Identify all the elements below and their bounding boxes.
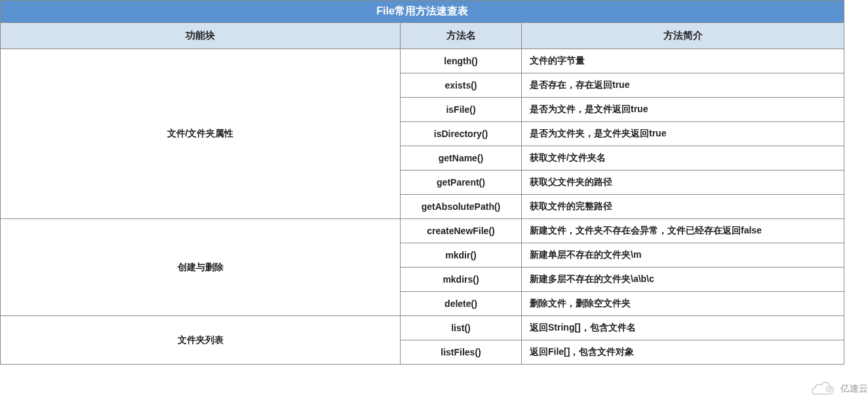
title-row: File常用方法速查表: [1, 1, 844, 23]
description-cell: 是否为文件，是文件返回true: [522, 98, 844, 122]
table-row: 文件/文件夹属性length()文件的字节量: [1, 49, 844, 73]
group-cell: 创建与删除: [1, 219, 401, 316]
group-cell: 文件/文件夹属性: [1, 49, 401, 219]
description-cell: 获取文件/文件夹名: [522, 146, 844, 171]
method-cell: listFiles(): [401, 340, 522, 365]
method-cell: list(): [401, 316, 522, 340]
watermark-brand: 亿速云: [840, 383, 868, 395]
method-cell: isDirectory(): [401, 122, 522, 146]
description-cell: 获取文件的完整路径: [522, 195, 844, 219]
method-cell: getName(): [401, 146, 522, 171]
watermark: 亿速云: [810, 380, 868, 397]
method-cell: createNewFile(): [401, 219, 522, 243]
method-cell: isFile(): [401, 98, 522, 122]
method-cell: delete(): [401, 292, 522, 316]
table-container: File常用方法速查表 功能块 方法名 方法简介 文件/文件夹属性length(…: [0, 0, 868, 365]
header-description: 方法简介: [522, 23, 844, 49]
header-row: 功能块 方法名 方法简介: [1, 23, 844, 49]
description-cell: 新建多层不存在的文件夹\a\b\c: [522, 268, 844, 292]
description-cell: 新建单层不存在的文件夹\m: [522, 243, 844, 268]
description-cell: 获取父文件夹的路径: [522, 171, 844, 195]
svg-point-1: [828, 388, 830, 390]
description-cell: 返回String[]，包含文件名: [522, 316, 844, 340]
method-cell: exists(): [401, 73, 522, 98]
method-cell: getAbsolutePath(): [401, 195, 522, 219]
file-methods-table: File常用方法速查表 功能块 方法名 方法简介 文件/文件夹属性length(…: [0, 0, 844, 365]
method-cell: mkdir(): [401, 243, 522, 268]
table-row: 文件夹列表list()返回String[]，包含文件名: [1, 316, 844, 340]
table-title: File常用方法速查表: [1, 1, 844, 23]
header-group: 功能块: [1, 23, 401, 49]
table-row: 创建与删除createNewFile()新建文件，文件夹不存在会异常，文件已经存…: [1, 219, 844, 243]
header-method: 方法名: [401, 23, 522, 49]
method-cell: length(): [401, 49, 522, 73]
description-cell: 文件的字节量: [522, 49, 844, 73]
cloud-logo-icon: [810, 380, 837, 397]
description-cell: 是否存在，存在返回true: [522, 73, 844, 98]
description-cell: 新建文件，文件夹不存在会异常，文件已经存在返回false: [522, 219, 844, 243]
method-cell: getParent(): [401, 171, 522, 195]
method-cell: mkdirs(): [401, 268, 522, 292]
description-cell: 返回File[]，包含文件对象: [522, 340, 844, 365]
description-cell: 删除文件，删除空文件夹: [522, 292, 844, 316]
description-cell: 是否为文件夹，是文件夹返回true: [522, 122, 844, 146]
group-cell: 文件夹列表: [1, 316, 401, 365]
